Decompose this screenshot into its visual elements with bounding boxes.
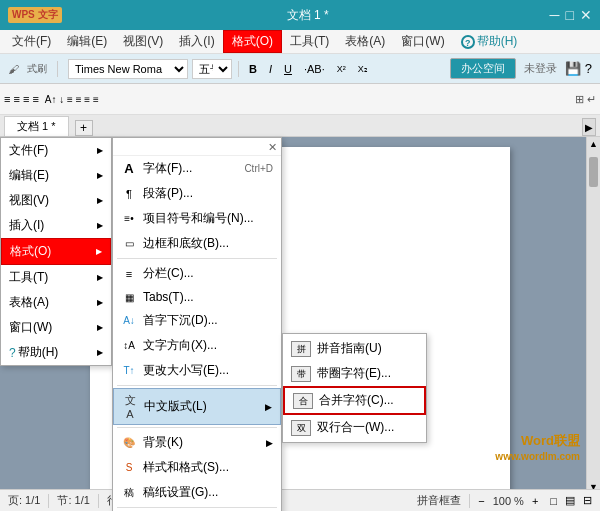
zoom-in-button[interactable]: + [532,495,538,507]
menu-file[interactable]: 文件(F) [4,31,59,52]
scrollbar-thumb[interactable] [589,157,598,187]
font-size-select[interactable]: 五号 [192,59,232,79]
format-font-label: 字体(F)... [143,160,192,177]
scroll-up-button[interactable]: ▲ [587,137,600,151]
lmenu-window-label: 窗口(W) [9,319,52,336]
circle-char-icon: 带 [291,366,311,382]
help-icon-area: ? 帮助(H) [453,31,526,52]
format-borders[interactable]: ▭ 边框和底纹(B)... [113,231,281,256]
tab-scroll-right[interactable]: ▶ [582,118,596,136]
format-paragraph[interactable]: ¶ 段落(P)... [113,181,281,206]
format-dropcap[interactable]: A↓ 首字下沉(D)... [113,308,281,333]
superscript-button[interactable]: X² [333,58,350,80]
new-tab-button[interactable]: + [75,120,93,136]
lmenu-help[interactable]: ? 帮助(H) ▶ [1,340,111,365]
tab-row: 文档 1 * + ▶ [0,115,600,137]
merge-char-icon: 合 [293,393,313,409]
textdir-icon: ↕A [121,340,137,351]
font-icon: A [121,161,137,176]
italic-button[interactable]: I [265,58,276,80]
lmenu-table[interactable]: 表格(A) ▶ [1,290,111,315]
status-bar: 页: 1/1 节: 1/1 行: 1 列: 9 字数: 0 拼音框查 − 100… [0,489,600,511]
menu-edit[interactable]: 编辑(E) [59,31,115,52]
office-space-tab[interactable]: 办公空间 [450,58,516,79]
vertical-scrollbar[interactable]: ▲ ▼ [586,137,600,494]
columns-icon: ≡ [121,268,137,280]
status-right: 拼音框查 − 100 % + □ ▤ ⊟ [417,493,592,508]
double-row-label: 双行合一(W)... [317,419,394,436]
separator2 [238,61,239,77]
submenu-close-btn[interactable]: ✕ [268,141,277,154]
input-mode-status: 拼音框查 [417,493,461,508]
format-chinese-label: 中文版式(L) [144,398,207,415]
arrow-icon: ▶ [96,247,102,256]
format-bullets[interactable]: ≡• 项目符号和编号(N)... [113,206,281,231]
tabs-icon: ▦ [121,292,137,303]
format-changecase-label: 更改大小写(E)... [143,362,229,379]
maximize-button[interactable]: □ [566,7,574,23]
lmenu-view[interactable]: 视图(V) ▶ [1,188,111,213]
format-grid-label: 稿纸设置(G)... [143,484,218,501]
lmenu-format[interactable]: 格式(O) ▶ [1,238,111,265]
menu-insert[interactable]: 插入(I) [171,31,222,52]
merge-char[interactable]: 合 合并字符(C)... [283,386,426,415]
font-name-select[interactable]: Times New Roma [68,59,188,79]
view-normal-icon[interactable]: □ [550,495,557,507]
underline-button[interactable]: U [280,58,296,80]
lmenu-window[interactable]: 窗口(W) ▶ [1,315,111,340]
separator2 [117,385,277,386]
extra-icons: ⊞ ↵ [575,93,596,106]
help-question-icon[interactable]: ? [585,61,592,76]
save-icon[interactable]: 💾 [565,61,581,76]
arrow-icon: ▶ [97,146,103,155]
menu-window[interactable]: 窗口(W) [393,31,452,52]
format-styles[interactable]: S 样式和格式(S)... [113,455,281,480]
pinyin-icon: 拼 [291,341,311,357]
lmenu-file-label: 文件(F) [9,142,48,159]
borders-icon: ▭ [121,238,137,249]
lmenu-edit[interactable]: 编辑(E) ▶ [1,163,111,188]
menu-view[interactable]: 视图(V) [115,31,171,52]
office-space-bar: 🖌 式刷 Times New Roma 五号 B I U ·AB· X² X₂ … [0,54,600,84]
minimize-button[interactable]: ─ [550,7,560,23]
chinese-icon: 文A [122,393,138,420]
double-row[interactable]: 双 双行合一(W)... [283,415,426,440]
pinyin-guide[interactable]: 拼 拼音指南(U) [283,336,426,361]
circle-char[interactable]: 带 带圈字符(E)... [283,361,426,386]
menu-table[interactable]: 表格(A) [337,31,393,52]
pinyin-guide-label: 拼音指南(U) [317,340,382,357]
lmenu-tools[interactable]: 工具(T) ▶ [1,265,111,290]
lmenu-tools-label: 工具(T) [9,269,48,286]
zoom-out-button[interactable]: − [478,495,484,507]
double-row-icon: 双 [291,420,311,436]
view-web-icon[interactable]: ⊟ [583,494,592,507]
window-controls[interactable]: ─ □ ✕ [550,7,592,23]
menu-help[interactable]: 帮助(H) [477,33,518,50]
bold-button[interactable]: B [245,58,261,80]
ab-button[interactable]: ·AB· [300,58,329,80]
lmenu-view-label: 视图(V) [9,192,49,209]
format-chinese[interactable]: 文A 中文版式(L) ▶ [113,388,281,425]
lmenu-edit-label: 编辑(E) [9,167,49,184]
format-textdir[interactable]: ↕A 文字方向(X)... [113,333,281,358]
subscript-button[interactable]: X₂ [354,58,372,80]
bg-icon: 🎨 [121,437,137,448]
doc-tab-1[interactable]: 文档 1 * [4,116,69,136]
format-grid[interactable]: 稿 稿纸设置(G)... [113,480,281,505]
format-background[interactable]: 🎨 背景(K) ▶ [113,430,281,455]
menu-tools[interactable]: 工具(T) [282,31,337,52]
format-brush-icon: 🖌 [8,63,19,75]
chinese-style-submenu: 拼 拼音指南(U) 带 带圈字符(E)... 合 合并字符(C)... 双 双行… [282,333,427,443]
menu-format[interactable]: 格式(O) [223,30,282,53]
bullets-icon: ≡• [121,213,137,224]
close-button[interactable]: ✕ [580,7,592,23]
format-tabs[interactable]: ▦ Tabs(T)... [113,286,281,308]
format-columns[interactable]: ≡ 分栏(C)... [113,261,281,286]
lmenu-file[interactable]: 文件(F) ▶ [1,138,111,163]
grid-icon: 稿 [121,486,137,500]
view-print-icon[interactable]: ▤ [565,494,575,507]
lmenu-insert[interactable]: 插入(I) ▶ [1,213,111,238]
format-font[interactable]: A 字体(F)... Ctrl+D [113,156,281,181]
separator [57,61,58,77]
format-changecase[interactable]: T↑ 更改大小写(E)... [113,358,281,383]
